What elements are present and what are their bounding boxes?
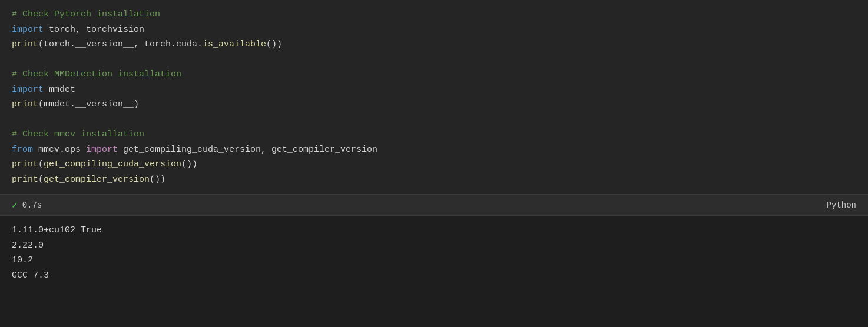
module-name: mmcv.ops (33, 142, 86, 158)
imported-names: get_compiling_cuda_version, get_compiler… (118, 142, 377, 158)
func-get-compiler: get_compiler_version (44, 172, 150, 188)
code-line: print(mmdet.__version__) (12, 97, 856, 112)
code-line: import torch, torchvision (12, 22, 856, 38)
paren8: ()) (150, 172, 165, 188)
check-icon: ✓ (12, 199, 18, 211)
language-indicator: Python (827, 201, 856, 210)
status-bar: ✓ 0.7s Python (0, 195, 868, 216)
func-print2: print (12, 97, 38, 112)
code-cell[interactable]: # Check Pytorch installation import torc… (0, 0, 868, 195)
paren5: ( (38, 157, 44, 172)
code-line: print(get_compiling_cuda_version()) (12, 157, 856, 172)
func-print3: print (12, 157, 38, 172)
args2: mmdet.__version__ (44, 97, 134, 112)
code-line: print(get_compiler_version()) (12, 172, 856, 188)
func-is-available: is_available (203, 37, 266, 52)
paren3: ( (38, 97, 44, 112)
args1: torch.__version__, torch.cuda. (44, 37, 203, 52)
paren1: ( (38, 37, 44, 52)
paren2: ()) (266, 37, 282, 52)
code-line: # Check mmcv installation (12, 127, 856, 142)
from-keyword: from (12, 142, 33, 158)
func-print1: print (12, 37, 38, 52)
output-line-1: 1.11.0+cu102 True (12, 223, 856, 238)
paren6: ()) (181, 157, 197, 172)
code-line: print(torch.__version__, torch.cuda.is_a… (12, 37, 856, 52)
code-area: # Check Pytorch installation import torc… (0, 7, 868, 187)
keyword-import2: import (12, 82, 44, 98)
keyword-import1: import (12, 22, 44, 38)
import-keyword: import (86, 142, 118, 158)
code-line: from mmcv.ops import get_compiling_cuda_… (12, 142, 856, 158)
output-line-3: 10.2 (12, 253, 856, 268)
status-left: ✓ 0.7s (12, 199, 42, 211)
paren7: ( (38, 172, 44, 188)
code-line: # Check Pytorch installation (12, 7, 856, 22)
comment-mmdet: # Check MMDetection installation (12, 67, 181, 82)
func-get-cuda: get_compiling_cuda_version (44, 157, 181, 172)
code-line: # Check MMDetection installation (12, 67, 856, 82)
import-mmdet: mmdet (44, 82, 75, 98)
comment-pytorch: # Check Pytorch installation (12, 7, 160, 22)
execution-time: 0.7s (22, 201, 42, 210)
paren4: ) (134, 97, 139, 112)
output-line-2: 2.22.0 (12, 238, 856, 253)
comment-mmcv: # Check mmcv installation (12, 127, 144, 142)
import-modules1: torch, torchvision (44, 22, 144, 38)
notebook-cell: # Check Pytorch installation import torc… (0, 0, 868, 290)
output-area: 1.11.0+cu102 True 2.22.0 10.2 GCC 7.3 (0, 216, 868, 290)
output-line-4: GCC 7.3 (12, 268, 856, 283)
blank-line (12, 112, 856, 128)
func-print4: print (12, 172, 38, 188)
blank-line (12, 52, 856, 68)
code-line: import mmdet (12, 82, 856, 98)
